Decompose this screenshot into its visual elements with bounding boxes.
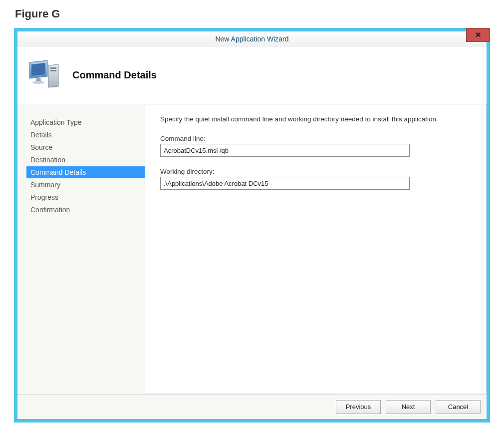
sidebar-item-application-type[interactable]: Application Type [26,116,145,128]
wizard-header: Command Details [17,46,487,104]
svg-rect-2 [50,70,56,71]
command-line-input[interactable] [160,144,410,157]
working-directory-field-block: Working directory: [160,168,471,190]
instruction-text: Specify the quiet install command line a… [160,115,471,123]
close-icon: ✕ [475,30,482,39]
sidebar-item-summary[interactable]: Summary [26,179,145,191]
sidebar-item-details[interactable]: Details [26,129,145,141]
wizard-steps-sidebar: Application Type Details Source Destinat… [17,104,145,394]
sidebar-item-source[interactable]: Source [26,141,145,153]
next-button[interactable]: Next [386,400,431,414]
page-title: Command Details [72,69,157,81]
previous-button[interactable]: Previous [336,400,381,414]
close-button[interactable]: ✕ [466,28,490,42]
command-line-label: Command line: [160,135,471,142]
sidebar-item-confirmation[interactable]: Confirmation [26,204,145,216]
window-title: New Application Wizard [215,35,288,43]
command-line-field-block: Command line: [160,135,471,157]
main-panel: Specify the quiet install command line a… [145,104,487,394]
working-directory-label: Working directory: [160,168,471,175]
svg-rect-1 [50,67,56,69]
svg-point-0 [32,81,44,84]
wizard-window: New Application Wizard ✕ [14,28,490,423]
wizard-footer: Previous Next Cancel [17,394,487,419]
sidebar-item-command-details[interactable]: Command Details [26,166,145,178]
computer-icon [27,59,61,91]
wizard-body: Application Type Details Source Destinat… [17,104,487,394]
working-directory-input[interactable] [160,177,410,190]
sidebar-item-destination[interactable]: Destination [26,154,145,166]
sidebar-item-progress[interactable]: Progress [26,191,145,203]
cancel-button[interactable]: Cancel [436,400,481,414]
titlebar: New Application Wizard ✕ [17,31,487,46]
figure-label: Figure G [0,0,504,28]
